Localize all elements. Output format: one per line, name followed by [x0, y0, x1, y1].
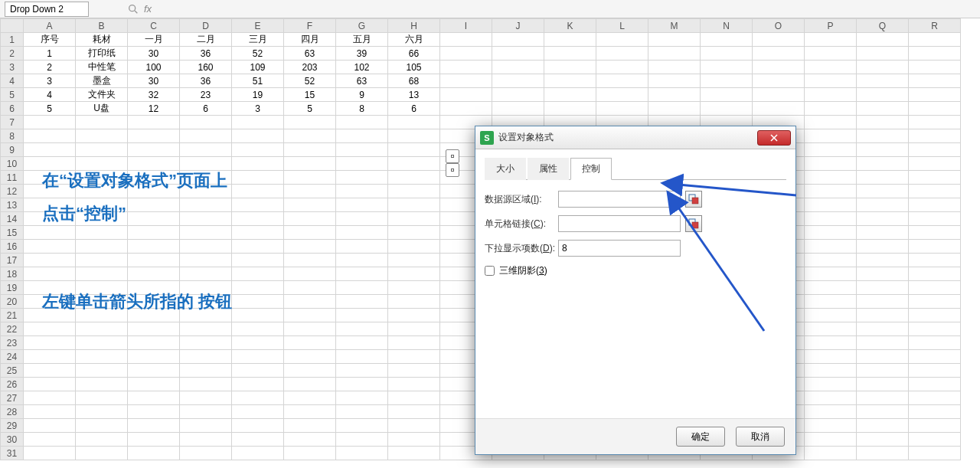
cell[interactable]	[909, 309, 961, 322]
cancel-button[interactable]: 取消	[736, 427, 785, 447]
cell[interactable]	[544, 102, 596, 116]
cell[interactable]	[805, 116, 857, 129]
cell[interactable]	[648, 47, 701, 61]
cell[interactable]	[232, 405, 284, 419]
cell[interactable]	[388, 295, 440, 309]
cell[interactable]	[128, 336, 180, 350]
cell[interactable]	[648, 102, 701, 116]
cell[interactable]	[180, 405, 232, 419]
cell[interactable]	[336, 433, 388, 447]
cell[interactable]	[128, 254, 180, 267]
cell[interactable]	[909, 171, 961, 185]
cell[interactable]	[76, 433, 128, 447]
cell[interactable]: 36	[180, 47, 232, 61]
cell[interactable]	[76, 419, 128, 433]
cell[interactable]: 5	[284, 102, 336, 116]
cell[interactable]	[388, 212, 440, 226]
cell[interactable]	[805, 322, 857, 336]
cell[interactable]	[440, 88, 492, 102]
column-header[interactable]: L	[596, 19, 648, 33]
cell[interactable]	[180, 433, 232, 447]
cell[interactable]	[805, 61, 857, 74]
cell[interactable]	[232, 336, 284, 350]
cell[interactable]: 102	[336, 61, 388, 74]
cell[interactable]	[180, 447, 232, 460]
cell[interactable]	[232, 212, 284, 226]
cell[interactable]	[857, 74, 909, 88]
cell[interactable]	[805, 198, 857, 212]
row-header[interactable]: 29	[1, 419, 24, 433]
cell[interactable]	[805, 378, 857, 391]
cell[interactable]	[284, 116, 336, 129]
cell[interactable]	[232, 350, 284, 364]
cell[interactable]	[805, 267, 857, 281]
column-header[interactable]: B	[76, 19, 128, 33]
cell[interactable]	[128, 129, 180, 143]
cell[interactable]	[284, 447, 336, 460]
cell[interactable]	[805, 447, 857, 460]
cell[interactable]	[336, 129, 388, 143]
cell[interactable]	[24, 433, 76, 447]
cell[interactable]	[388, 447, 440, 460]
row-header[interactable]: 1	[1, 33, 24, 47]
row-header[interactable]: 8	[1, 129, 24, 143]
cell[interactable]: 15	[284, 88, 336, 102]
cell[interactable]: 19	[232, 88, 284, 102]
tab-control[interactable]: 控制	[570, 158, 612, 180]
cell[interactable]	[909, 336, 961, 350]
cell[interactable]	[805, 74, 857, 88]
cell[interactable]	[753, 61, 805, 74]
close-button[interactable]	[757, 130, 791, 146]
cell[interactable]	[857, 157, 909, 171]
select-all-corner[interactable]	[1, 19, 24, 33]
cell[interactable]	[232, 254, 284, 267]
cell[interactable]	[284, 240, 336, 254]
cell[interactable]	[805, 405, 857, 419]
cell[interactable]	[284, 212, 336, 226]
cell[interactable]	[232, 240, 284, 254]
row-header[interactable]: 15	[1, 226, 24, 240]
cell[interactable]	[24, 378, 76, 391]
cell[interactable]: 39	[336, 47, 388, 61]
cell[interactable]	[857, 198, 909, 212]
cell[interactable]	[24, 267, 76, 281]
cell[interactable]	[492, 102, 544, 116]
ok-button[interactable]: 确定	[676, 427, 725, 447]
cell[interactable]	[336, 116, 388, 129]
cell[interactable]	[857, 240, 909, 254]
cell[interactable]	[128, 433, 180, 447]
cell[interactable]: 66	[388, 47, 440, 61]
cell[interactable]	[24, 419, 76, 433]
cell[interactable]	[857, 129, 909, 143]
cell-link-input[interactable]	[558, 215, 681, 232]
cell[interactable]	[388, 309, 440, 322]
cell[interactable]	[336, 198, 388, 212]
cell[interactable]	[128, 364, 180, 378]
cell[interactable]	[232, 143, 284, 157]
cell-link-selector-button[interactable]	[685, 215, 702, 232]
column-header[interactable]: D	[180, 19, 232, 33]
cell[interactable]	[128, 419, 180, 433]
cell[interactable]	[909, 254, 961, 267]
cell[interactable]	[805, 254, 857, 267]
cell[interactable]	[805, 433, 857, 447]
cell[interactable]	[180, 364, 232, 378]
tab-attributes[interactable]: 属性	[528, 158, 569, 180]
cell[interactable]	[24, 350, 76, 364]
cell[interactable]	[701, 102, 753, 116]
cell[interactable]	[180, 143, 232, 157]
row-header[interactable]: 25	[1, 364, 24, 378]
cell[interactable]	[388, 391, 440, 405]
cell[interactable]: 3	[24, 74, 76, 88]
cell[interactable]	[24, 254, 76, 267]
cell[interactable]: 3	[232, 102, 284, 116]
cell[interactable]	[336, 447, 388, 460]
cell[interactable]	[909, 226, 961, 240]
row-header[interactable]: 14	[1, 212, 24, 226]
cell[interactable]	[909, 267, 961, 281]
cell[interactable]	[857, 47, 909, 61]
cell[interactable]	[232, 419, 284, 433]
cell[interactable]: U盘	[76, 102, 128, 116]
cell[interactable]	[388, 171, 440, 185]
cell[interactable]	[909, 295, 961, 309]
